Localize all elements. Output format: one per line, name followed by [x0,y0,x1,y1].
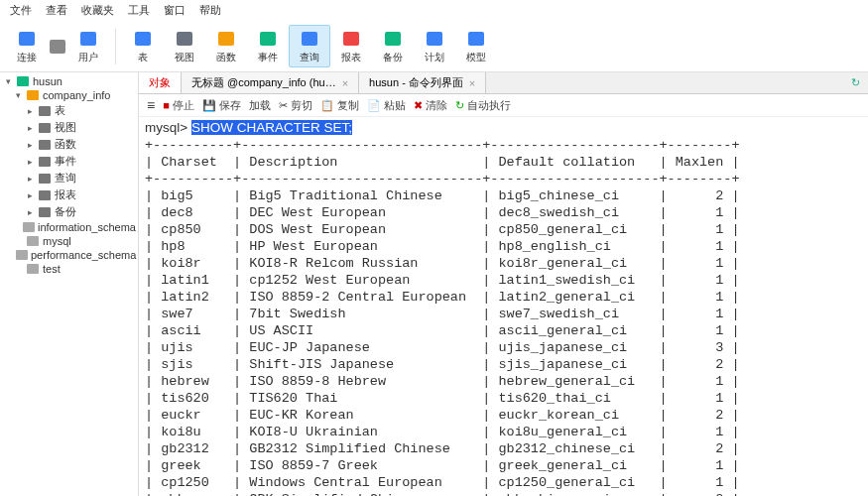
svg-rect-18 [39,174,51,184]
查询-icon [299,28,320,50]
表-icon [132,28,154,50]
tree-item[interactable]: mysql [2,234,136,248]
editor-tabs: 对象无标题 @company_info (hu…×husun - 命令列界面×↻ [139,72,868,94]
tree-item[interactable]: ▸表 [2,102,136,119]
svg-rect-23 [16,250,28,260]
视图-icon [174,28,195,50]
svg-rect-14 [39,106,51,116]
tree-item[interactable]: information_schema [2,220,136,234]
save-button[interactable]: 💾保存 [202,98,241,113]
sql-terminal[interactable]: mysql> SHOW CHARACTER SET; +----------+-… [139,117,868,496]
stop-button[interactable]: ■停止 [163,98,194,113]
toolbar-备份[interactable]: 备份 [372,26,414,66]
bk-icon [38,206,52,218]
tab[interactable]: 无标题 @company_info (hu…× [182,72,359,93]
计划-icon [424,28,445,50]
autorun-button[interactable]: ↻自动执行 [455,98,511,113]
toolbar-报表[interactable]: 报表 [330,26,372,66]
close-icon[interactable]: × [342,77,348,89]
tree-item[interactable]: test [2,262,136,276]
svg-rect-15 [39,123,51,133]
svg-rect-4 [177,32,192,46]
svg-rect-22 [27,236,39,246]
svg-rect-24 [27,264,39,274]
svg-rect-2 [80,32,96,46]
refresh-icon[interactable]: ↻ [842,72,868,93]
tree-item[interactable]: ▸函数 [2,136,136,153]
报表-icon [340,28,362,50]
sch-g-icon [23,221,35,233]
svg-rect-1 [50,40,65,54]
menu-item[interactable]: 窗口 [164,3,186,18]
menu-item[interactable]: 文件 [10,3,32,18]
vw-icon [38,122,52,134]
用户-icon [77,28,99,50]
tree-item[interactable]: performance_schema [2,248,136,262]
svg-rect-21 [23,222,35,232]
svg-rect-10 [427,32,442,46]
menubar: 文件查看收藏夹工具窗口帮助 [0,0,868,21]
tree-item[interactable]: ▾husun [2,74,136,88]
svg-rect-20 [39,207,51,217]
main-toolbar: 连接用户表视图函数事件查询报表备份计划模型 [0,21,868,72]
svg-rect-19 [39,190,51,200]
svg-rect-5 [218,32,234,46]
paste-button[interactable]: 📄粘贴 [367,98,406,113]
tree-item[interactable]: ▸视图 [2,119,136,136]
备份-icon [382,28,404,50]
fn-icon [38,139,52,151]
sidebar: ▾husun▾company_info▸表▸视图▸函数▸事件▸查询▸报表▸备份i… [0,72,139,496]
toolbar-连接[interactable]: 连接 [6,26,48,66]
连接-icon [16,28,38,50]
copy-button[interactable]: 📋复制 [320,98,359,113]
toolbar-函数[interactable]: 函数 [205,26,247,66]
clear-button[interactable]: ✖清除 [414,98,447,113]
svg-rect-17 [39,157,51,167]
toolbar-模型[interactable]: 模型 [455,26,497,66]
toolbar-查询[interactable]: 查询 [289,25,330,67]
svg-rect-12 [17,76,29,86]
qr-icon [38,173,52,185]
svg-rect-7 [302,32,317,46]
sch-g-icon [26,235,40,247]
menu-item[interactable]: 帮助 [199,3,221,18]
toolbar-dropdown[interactable] [48,34,67,60]
svg-rect-6 [260,32,276,46]
tab[interactable]: 对象 [139,72,182,93]
load-button[interactable]: 加载 [249,98,271,113]
svg-rect-13 [27,90,39,100]
svg-rect-9 [385,32,401,46]
menu-item[interactable]: 工具 [128,3,150,18]
control-bar: ≡ ■停止 💾保存 加载 ✂剪切 📋复制 📄粘贴 ✖清除 ↻自动执行 [139,94,868,117]
toolbar-事件[interactable]: 事件 [247,26,289,66]
toolbar-用户[interactable]: 用户 [67,26,109,66]
close-icon[interactable]: × [469,77,475,89]
svg-rect-8 [343,32,359,46]
ev-icon [38,156,52,168]
tree-item[interactable]: ▸备份 [2,203,136,220]
tree-item[interactable]: ▾company_info [2,88,136,102]
svg-rect-3 [135,32,151,46]
svg-rect-16 [39,140,51,150]
toolbar-计划[interactable]: 计划 [414,26,455,66]
svg-rect-11 [468,32,484,46]
tab[interactable]: husun - 命令列界面× [359,72,486,93]
tree-item[interactable]: ▸事件 [2,153,136,170]
hamburger-icon[interactable]: ≡ [147,97,155,113]
menu-item[interactable]: 收藏夹 [81,3,114,18]
模型-icon [465,28,487,50]
tree-item[interactable]: ▸查询 [2,170,136,186]
content-area: 对象无标题 @company_info (hu…×husun - 命令列界面×↻… [139,72,868,496]
menu-item[interactable]: 查看 [46,3,67,18]
sch-icon [26,89,40,101]
svg-rect-0 [19,32,35,46]
db-icon [16,75,30,87]
connection-tree: ▾husun▾company_info▸表▸视图▸函数▸事件▸查询▸报表▸备份i… [0,72,138,278]
tool-icon [47,36,68,58]
tree-item[interactable]: ▸报表 [2,186,136,203]
事件-icon [257,28,279,50]
rp-icon [38,189,52,201]
cut-button[interactable]: ✂剪切 [279,98,312,113]
toolbar-表[interactable]: 表 [122,26,164,66]
toolbar-视图[interactable]: 视图 [164,26,205,66]
